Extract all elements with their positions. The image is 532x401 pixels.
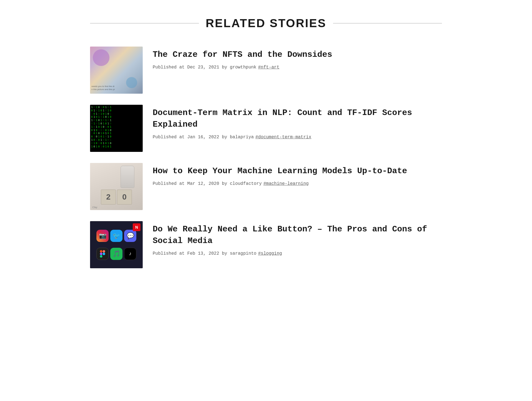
story-tag-4[interactable]: #slogging bbox=[258, 251, 282, 256]
story-tag-1[interactable]: #nft-art bbox=[258, 65, 279, 70]
story-title-3[interactable]: How to Keep Your Machine Learning Models… bbox=[153, 165, 442, 177]
story-title-4[interactable]: Do We Really Need a Like Button? – The P… bbox=[153, 223, 442, 247]
story-meta-4: Published at Feb 13, 2022 by saragpinto … bbox=[153, 251, 442, 256]
story-thumbnail-4[interactable]: 📷 🐦 💬 🎵 ♪ N bbox=[90, 221, 143, 268]
robotic-arm bbox=[121, 166, 134, 188]
story-title-1[interactable]: The Craze for NFTS and the Downsides bbox=[153, 49, 442, 60]
story-content-2: Document-Term Matrix in NLP: Count and T… bbox=[153, 105, 442, 140]
thumb-1-overlay-text: needs you to find the din this picture a… bbox=[91, 85, 115, 91]
block-2: 2 bbox=[101, 190, 116, 205]
number-blocks: 2 0 bbox=[101, 190, 132, 205]
svg-point-0 bbox=[100, 250, 103, 252]
svg-point-2 bbox=[100, 252, 103, 255]
story-meta-1: Published at Dec 23, 2021 by growthpunk … bbox=[153, 65, 442, 70]
story-published-2: Published at Jan 16, 2022 by balapriya bbox=[153, 135, 254, 140]
svg-point-1 bbox=[103, 250, 105, 252]
story-tag-2[interactable]: #document-term-matrix bbox=[255, 135, 311, 140]
spotify-icon: 🎵 bbox=[110, 248, 122, 260]
netflix-icon: N bbox=[133, 223, 140, 231]
story-published-4: Published at Feb 13, 2022 by saragpinto bbox=[153, 251, 256, 256]
stories-list: needs you to find the din this picture a… bbox=[90, 47, 442, 268]
story-thumbnail-1[interactable]: needs you to find the din this picture a… bbox=[90, 47, 143, 94]
svg-point-4 bbox=[100, 255, 103, 257]
matrix-overlay: 1010101010101 0101010101010 101010101010… bbox=[90, 105, 143, 152]
block-0: 0 bbox=[117, 190, 132, 205]
story-published-3: Published at Mar 12, 2020 by cloudfactor… bbox=[153, 181, 262, 186]
svg-point-3 bbox=[103, 252, 105, 255]
story-content-1: The Craze for NFTS and the Downsides Pub… bbox=[153, 47, 442, 70]
story-published-1: Published at Dec 23, 2021 by growthpunk bbox=[153, 65, 256, 70]
story-meta-3: Published at Mar 12, 2020 by cloudfactor… bbox=[153, 181, 442, 186]
story-thumbnail-2[interactable]: 1010101010101 0101010101010 101010101010… bbox=[90, 105, 143, 152]
section-header: RELATED STORIES bbox=[90, 17, 442, 30]
section-title: RELATED STORIES bbox=[206, 17, 326, 30]
story-meta-2: Published at Jan 16, 2022 by balapriya #… bbox=[153, 135, 442, 140]
story-title-2[interactable]: Document-Term Matrix in NLP: Count and T… bbox=[153, 107, 442, 130]
story-tag-3[interactable]: #machine-learning bbox=[264, 181, 309, 186]
story-thumbnail-3[interactable]: 2 0 Clay bbox=[90, 163, 143, 210]
thumb-corner-text: Clay bbox=[92, 206, 97, 209]
twitter-icon: 🐦 bbox=[110, 230, 122, 242]
figma-icon bbox=[96, 248, 109, 260]
story-item: 1010101010101 0101010101010 101010101010… bbox=[90, 105, 442, 152]
story-content-3: How to Keep Your Machine Learning Models… bbox=[153, 163, 442, 186]
story-item: 2 0 Clay How to Keep Your Machine Learni… bbox=[90, 163, 442, 210]
story-item: needs you to find the din this picture a… bbox=[90, 47, 442, 94]
instagram-icon: 📷 bbox=[96, 230, 109, 242]
discord-icon: 💬 bbox=[124, 230, 136, 242]
header-line-right bbox=[333, 23, 442, 24]
story-content-4: Do We Really Need a Like Button? – The P… bbox=[153, 221, 442, 256]
tiktok-icon: ♪ bbox=[124, 248, 136, 260]
story-item: 📷 🐦 💬 🎵 ♪ N Do We Really Need bbox=[90, 221, 442, 268]
page-container: RELATED STORIES needs you to find the di… bbox=[90, 17, 442, 268]
header-line-left bbox=[90, 23, 199, 24]
